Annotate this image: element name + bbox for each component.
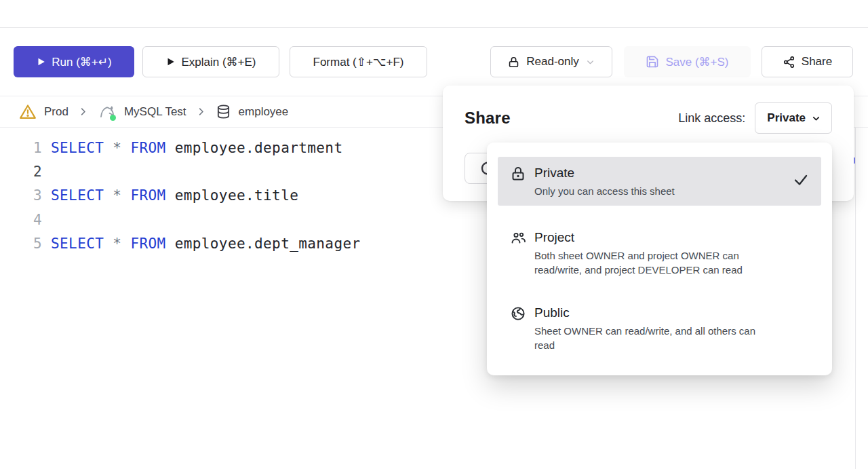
chevron-down-icon bbox=[585, 57, 595, 67]
menu-item-text: Private Only you can access this sheet bbox=[534, 164, 675, 198]
code-line[interactable]: 1 SELECT * FROM employee.department bbox=[0, 136, 448, 160]
line-number: 5 bbox=[0, 236, 42, 252]
line-number: 4 bbox=[0, 212, 42, 228]
save-button[interactable]: Save (⌘+S) bbox=[624, 46, 751, 77]
link-access-selected-value: Private bbox=[767, 111, 806, 125]
panel-divider bbox=[855, 96, 856, 469]
menu-item-title: Public bbox=[534, 304, 768, 322]
explain-button[interactable]: Explain (⌘+E) bbox=[142, 46, 279, 77]
sql-editor[interactable]: 1 SELECT * FROM employee.department 2 3 … bbox=[0, 136, 448, 256]
menu-item-public[interactable]: Public Sheet OWNER can read/write, and a… bbox=[487, 304, 832, 352]
mysql-dolphin-icon bbox=[98, 102, 117, 121]
menu-item-title: Project bbox=[534, 229, 768, 246]
link-access-menu: Private Only you can access this sheet P… bbox=[487, 143, 832, 375]
line-number: 3 bbox=[0, 187, 42, 204]
top-strip bbox=[0, 0, 868, 28]
play-icon bbox=[36, 57, 45, 67]
lock-icon bbox=[510, 166, 526, 185]
code-line[interactable]: 3 SELECT * FROM employee.title bbox=[0, 184, 448, 208]
chevron-right-icon bbox=[78, 107, 88, 117]
share-nodes-icon bbox=[783, 56, 795, 69]
breadcrumb-database[interactable]: employee bbox=[216, 104, 289, 119]
chevron-right-icon bbox=[196, 107, 206, 117]
play-icon bbox=[165, 57, 175, 67]
run-button[interactable]: Run (⌘+↵) bbox=[14, 46, 134, 77]
code-text[interactable]: SELECT * FROM employee.title bbox=[51, 187, 298, 204]
share-button-label: Share bbox=[802, 55, 832, 69]
format-button-label: Format (⇧+⌥+F) bbox=[313, 55, 404, 69]
link-access-dropdown[interactable]: Private bbox=[755, 102, 832, 134]
code-text[interactable]: SELECT * FROM employee.dept_manager bbox=[51, 236, 361, 252]
breadcrumb-instance[interactable]: MySQL Test bbox=[98, 102, 186, 121]
sql-editor-app: Run (⌘+↵) Explain (⌘+E) Format (⇧+⌥+F) R… bbox=[0, 0, 868, 469]
environment-label: Prod bbox=[44, 105, 68, 119]
instance-label: MySQL Test bbox=[124, 105, 186, 119]
floppy-icon bbox=[646, 55, 659, 69]
share-popover-title: Share bbox=[465, 109, 511, 128]
menu-item-title: Private bbox=[534, 164, 675, 182]
share-button[interactable]: Share bbox=[762, 46, 853, 77]
menu-item-text: Project Both sheet OWNER and project OWN… bbox=[534, 229, 768, 277]
share-popover-header: Share Link access: Private bbox=[443, 86, 854, 134]
line-number-active: 2 bbox=[0, 164, 42, 180]
menu-item-text: Public Sheet OWNER can read/write, and a… bbox=[534, 304, 768, 352]
menu-item-description: Both sheet OWNER and project OWNER can r… bbox=[534, 248, 768, 277]
explain-button-label: Explain (⌘+E) bbox=[181, 55, 256, 69]
line-number: 1 bbox=[0, 140, 42, 156]
database-cylinder-icon bbox=[216, 104, 231, 119]
chevron-down-icon bbox=[811, 113, 821, 124]
warning-triangle-icon bbox=[19, 103, 37, 121]
globe-icon bbox=[510, 305, 526, 324]
link-access-label: Link access: bbox=[678, 111, 745, 126]
save-button-label: Save (⌘+S) bbox=[665, 55, 728, 69]
users-icon bbox=[510, 230, 526, 249]
check-icon bbox=[793, 172, 809, 191]
readonly-label: Read-only bbox=[526, 55, 579, 69]
menu-item-description: Only you can access this sheet bbox=[534, 184, 675, 198]
code-line[interactable]: 2 bbox=[0, 160, 448, 183]
breadcrumb-environment[interactable]: Prod bbox=[19, 103, 68, 121]
menu-item-project[interactable]: Project Both sheet OWNER and project OWN… bbox=[487, 229, 832, 277]
menu-item-description: Sheet OWNER can read/write, and all othe… bbox=[534, 324, 768, 352]
code-text[interactable]: SELECT * FROM employee.department bbox=[51, 140, 342, 156]
menu-item-private[interactable]: Private Only you can access this sheet bbox=[498, 157, 821, 206]
database-label: employee bbox=[239, 105, 289, 119]
code-line[interactable]: 4 bbox=[0, 208, 448, 231]
format-button[interactable]: Format (⇧+⌥+F) bbox=[290, 46, 427, 77]
instance-status-dot bbox=[110, 115, 116, 121]
run-button-label: Run (⌘+↵) bbox=[52, 55, 111, 69]
lock-icon bbox=[507, 56, 520, 69]
readonly-mode-dropdown[interactable]: Read-only bbox=[490, 46, 612, 77]
code-line[interactable]: 5 SELECT * FROM employee.dept_manager bbox=[0, 232, 448, 256]
